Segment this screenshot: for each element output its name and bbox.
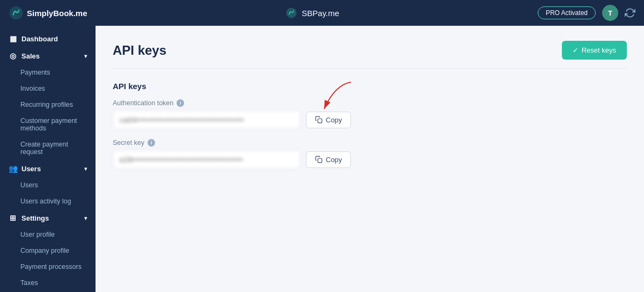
header-center: SBPay.me	[286, 7, 339, 19]
logo: SimplyBook.me	[9, 5, 87, 20]
refresh-icon	[625, 8, 635, 18]
header-right: PRO Activated T	[538, 5, 635, 21]
page-title: API keys	[113, 43, 166, 58]
header: SimplyBook.me SBPay.me PRO Activated T	[0, 0, 644, 26]
sidebar: ▦ Dashboard ◎ Sales ▾ Payments Invoices …	[0, 26, 96, 292]
section-title: API keys	[113, 82, 627, 91]
sidebar-item-user-profile[interactable]: User profile	[0, 227, 96, 243]
secret-key-field-row: Copy	[113, 150, 627, 169]
sidebar-users-label: Users	[21, 165, 41, 173]
copy-icon-secret	[315, 156, 323, 163]
sidebar-item-company-profile[interactable]: Company profile	[0, 243, 96, 259]
logo-icon	[9, 5, 24, 20]
sidebar-item-users-activity[interactable]: Users activity log	[0, 193, 96, 209]
auth-token-label: Authentication token	[113, 99, 173, 107]
copy-secret-label: Copy	[326, 156, 342, 164]
users-icon: 👥	[9, 164, 17, 173]
svg-rect-3	[318, 119, 322, 123]
copy-auth-button[interactable]: Copy	[306, 112, 351, 128]
main-content: API keys ✓ Reset keys API keys Authentic…	[96, 26, 644, 292]
copy-icon-auth	[315, 116, 323, 123]
copy-secret-button[interactable]: Copy	[306, 151, 351, 168]
sidebar-dashboard-label: Dashboard	[21, 35, 58, 43]
sidebar-settings-label: Settings	[21, 214, 49, 222]
settings-icon: ⊞	[9, 214, 17, 222]
reset-keys-button[interactable]: ✓ Reset keys	[562, 41, 627, 60]
auth-token-field-row: Copy	[113, 110, 627, 129]
checkmark-icon: ✓	[573, 46, 579, 54]
copy-auth-label: Copy	[326, 116, 342, 124]
sidebar-sales-label: Sales	[21, 52, 40, 60]
sidebar-item-payment-processors[interactable]: Payment processors	[0, 259, 96, 275]
sidebar-item-sales[interactable]: ◎ Sales ▾	[0, 47, 96, 64]
pro-badge[interactable]: PRO Activated	[538, 6, 596, 19]
sales-chevron: ▾	[84, 53, 87, 59]
auth-token-info-icon[interactable]: i	[177, 99, 184, 107]
sidebar-item-recurring-profiles[interactable]: Recurring profiles	[0, 97, 96, 113]
secret-key-label: Secret key	[113, 139, 144, 147]
svg-rect-4	[318, 158, 322, 163]
sales-icon: ◎	[9, 52, 17, 60]
secret-key-label-row: Secret key i	[113, 139, 627, 147]
center-logo-text: SBPay.me	[302, 9, 339, 18]
avatar[interactable]: T	[602, 5, 618, 21]
sidebar-item-customer-payment-methods[interactable]: Customer payment methods	[0, 113, 96, 136]
sidebar-item-create-payment-request[interactable]: Create payment request	[0, 136, 96, 160]
sidebar-item-invoices[interactable]: Invoices	[0, 81, 96, 97]
dashboard-icon: ▦	[9, 34, 17, 43]
settings-icon-btn[interactable]	[625, 8, 635, 18]
copy-auth-container: Copy	[306, 112, 351, 128]
sidebar-item-settings[interactable]: ⊞ Settings ▾	[0, 209, 96, 227]
secret-key-info-icon[interactable]: i	[148, 139, 155, 147]
logo-text: SimplyBook.me	[27, 9, 87, 18]
svg-point-0	[10, 6, 23, 20]
sidebar-item-taxes[interactable]: Taxes	[0, 275, 96, 291]
svg-point-1	[287, 8, 297, 18]
auth-token-label-row: Authentication token i	[113, 99, 627, 107]
users-chevron: ▾	[84, 166, 87, 172]
sbpay-icon	[286, 7, 297, 19]
page-header: API keys ✓ Reset keys	[113, 41, 627, 69]
sidebar-item-users-list[interactable]: Users	[0, 177, 96, 193]
sidebar-item-users[interactable]: 👥 Users ▾	[0, 160, 96, 177]
secret-key-input[interactable]	[113, 150, 301, 169]
reset-keys-label: Reset keys	[582, 46, 616, 54]
settings-chevron: ▾	[84, 215, 87, 221]
auth-token-input[interactable]	[113, 110, 301, 129]
sidebar-item-dashboard[interactable]: ▦ Dashboard	[0, 30, 96, 47]
layout: ▦ Dashboard ◎ Sales ▾ Payments Invoices …	[0, 26, 644, 292]
sidebar-item-payments[interactable]: Payments	[0, 64, 96, 81]
